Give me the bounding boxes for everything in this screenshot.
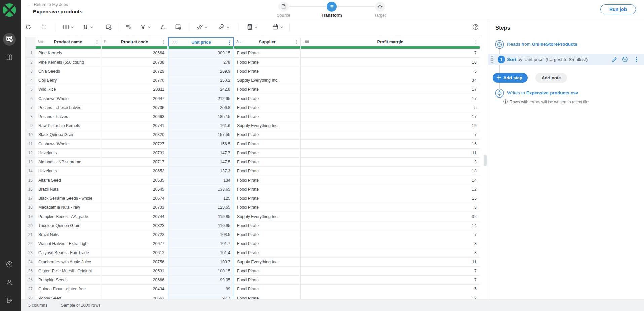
row-number-cell[interactable]: 21 [25,230,35,239]
product-code-cell[interactable]: 20434 [101,285,168,294]
product-code-cell[interactable]: 20731 [101,149,168,158]
product-name-cell[interactable]: Cashews Whole [35,94,101,103]
sidebar-item-help[interactable] [6,261,13,268]
column-header-product-name[interactable]: AbcProduct name [35,37,101,46]
unit-price-cell[interactable]: 185.15 [168,112,234,121]
supplier-cell[interactable]: Food Pirate [234,140,301,149]
supplier-cell[interactable]: Food Pirate [234,194,301,203]
row-number-cell[interactable]: 12 [25,149,35,158]
toolbar-calendar-button[interactable] [272,23,283,32]
profit-margin-cell[interactable]: 18 [301,167,480,176]
product-code-cell[interactable]: 20311 [101,85,168,94]
unit-price-cell[interactable]: 206.8 [168,103,234,112]
product-code-cell[interactable]: 20770 [101,76,168,85]
unit-price-cell[interactable]: 101.7 [168,239,234,248]
unit-price-cell[interactable]: 212.95 [168,94,234,103]
unit-price-cell[interactable]: 100.15 [168,267,234,276]
row-number-cell[interactable]: 4 [25,76,35,85]
supplier-cell[interactable]: Food Pirate [234,248,301,258]
profit-margin-cell[interactable]: 5 [301,67,480,76]
profit-margin-cell[interactable]: 7 [301,230,480,239]
stepper-transform[interactable]: Transform [318,2,345,18]
profit-margin-cell[interactable]: 5 [301,285,480,294]
product-name-cell[interactable]: Black Quinoa Grain [35,130,101,140]
product-name-cell[interactable]: Pine Kernels (650 count) [35,58,101,67]
product-code-cell[interactable]: 20729 [101,67,168,76]
row-number-cell[interactable]: 2 [25,58,35,67]
toolbar-validate-checks-button[interactable] [196,23,208,32]
supplier-cell[interactable]: Food Pirate [234,112,301,121]
product-name-cell[interactable]: Walnut Halves - Extra Light [35,239,101,248]
stepper-target[interactable]: Target [367,2,393,18]
supplier-cell[interactable]: Food Pirate [234,185,301,194]
product-name-cell[interactable]: Quinoa Flour - gluten free [35,285,101,294]
product-name-cell[interactable]: Alfalfa Seed [35,176,101,185]
row-number-cell[interactable]: 3 [25,67,35,76]
column-header-unit-price[interactable]: .00Unit price [168,37,234,46]
unit-price-cell[interactable]: 156.5 [168,140,234,149]
sidebar-item-logout[interactable] [6,297,13,304]
product-code-cell[interactable]: 20664 [101,49,168,58]
supplier-cell[interactable]: Food Pirate [234,167,301,176]
product-code-cell[interactable]: 20635 [101,176,168,185]
row-number-cell[interactable]: 11 [25,140,35,149]
product-code-cell[interactable]: 20738 [101,58,168,67]
unit-price-cell[interactable]: 250.2 [168,76,234,85]
unit-price-cell[interactable]: 99 [168,285,234,294]
product-code-cell[interactable]: 20717 [101,158,168,167]
profit-margin-cell[interactable]: 17 [301,85,480,94]
unit-price-cell[interactable]: 125 [168,194,234,203]
supplier-cell[interactable]: Food Pirate [234,285,301,294]
product-code-cell[interactable]: 20647 [101,94,168,103]
writes-to-step[interactable]: Writes to Expensive products.csv [488,89,644,98]
product-code-cell[interactable]: 20741 [101,121,168,130]
product-name-cell[interactable]: Hazelnuts [35,167,101,176]
supplier-cell[interactable]: Food Pirate [234,267,301,276]
row-number-cell[interactable]: 6 [25,94,35,103]
profit-margin-cell[interactable]: 32 [301,212,480,221]
edit-step-icon[interactable] [612,56,617,62]
supplier-cell[interactable]: Food Pirate [234,67,301,76]
profit-margin-cell[interactable]: 17 [301,112,480,121]
unit-price-cell[interactable]: 123.55 [168,203,234,212]
product-name-cell[interactable]: Cranberries with Apple Juice [35,258,101,267]
product-name-cell[interactable]: Chia Seeds [35,67,101,76]
row-number-cell[interactable]: 5 [25,85,35,94]
profit-margin-cell[interactable]: 7 [301,267,480,276]
drag-handle-icon[interactable] [490,55,494,63]
column-menu-kebab-icon[interactable] [161,39,166,45]
row-number-cell[interactable]: 25 [25,267,35,276]
toolbar-table-preview-button[interactable] [105,23,112,32]
reads-from-step[interactable]: Reads from OnlineStoreProducts [488,40,644,49]
profit-margin-cell[interactable]: 5 [301,103,480,112]
row-number-cell[interactable]: 14 [25,167,35,176]
product-code-cell[interactable]: 20744 [101,212,168,221]
unit-price-cell[interactable]: 133.65 [168,185,234,194]
profit-margin-cell[interactable]: 14 [301,221,480,230]
product-name-cell[interactable]: Gluten-Free Muesli - Original [35,267,101,276]
row-number-cell[interactable]: 8 [25,112,35,121]
row-number-cell[interactable]: 19 [25,212,35,221]
unit-price-cell[interactable]: 101.4 [168,248,234,258]
sidebar-item-account[interactable] [6,279,13,286]
column-menu-kebab-icon[interactable] [227,40,232,45]
row-number-cell[interactable]: 27 [25,285,35,294]
unit-price-cell[interactable]: 103.5 [168,230,234,239]
profit-margin-cell[interactable]: 12 [301,185,480,194]
row-number-cell[interactable]: 16 [25,185,35,194]
supplier-cell[interactable]: Food Pirate [234,103,301,112]
column-header-profit-margin[interactable]: .00Profit margin [301,37,480,46]
product-code-cell[interactable]: 20666 [101,276,168,285]
unit-price-cell[interactable]: 161.6 [168,121,234,130]
product-name-cell[interactable]: Goji Berry [35,76,101,85]
toolbar-help-button[interactable] [472,23,479,32]
row-number-cell[interactable]: 10 [25,130,35,140]
product-name-cell[interactable]: Poppy Seed [35,294,101,299]
unit-price-cell[interactable]: 309.15 [168,49,234,58]
column-menu-kebab-icon[interactable] [473,39,478,45]
supplier-cell[interactable]: Supply Everything Inc. [234,76,301,85]
product-name-cell[interactable]: Calypso Beans - Fair Trade [35,248,101,258]
row-number-cell[interactable]: 13 [25,158,35,167]
add-note-button[interactable]: Add note [535,73,567,83]
unit-price-cell[interactable]: 269.9 [168,67,234,76]
